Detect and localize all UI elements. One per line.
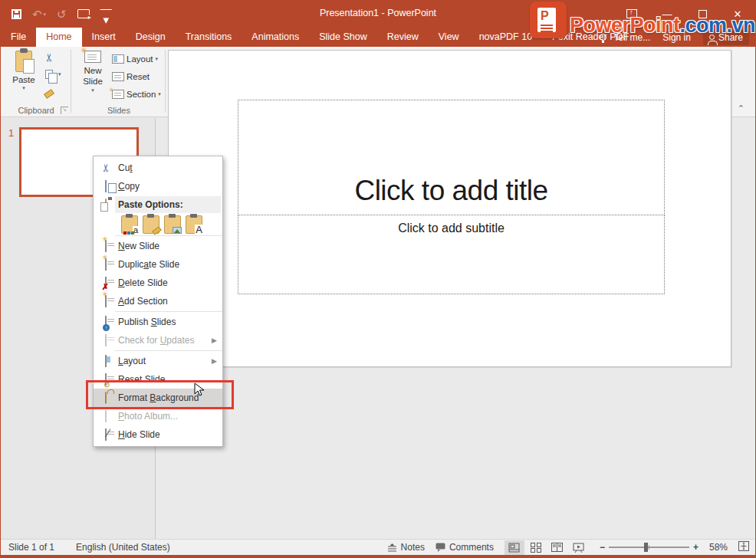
photo-album-icon (105, 411, 107, 422)
zoom-in-icon[interactable]: + (693, 542, 698, 553)
title-placeholder[interactable]: Click to add title (238, 100, 665, 215)
copy-button[interactable] (42, 67, 56, 82)
paste-keep-text-only-button[interactable]: A (186, 215, 202, 234)
tab-slide-show[interactable]: Slide Show (309, 28, 377, 47)
menu-item-cut[interactable]: ✂Cut (94, 159, 222, 177)
add-section-icon: ✳ (105, 296, 107, 307)
menu-item-reset-slide[interactable]: ↺Reset Slide (94, 370, 222, 389)
group-slides: ✳ New Slide▾ Layout▾ Reset ✳Section▾ Sli… (72, 47, 166, 117)
menu-item-paste-options: Paste Options: (94, 195, 222, 214)
scissors-icon: ✂ (100, 163, 112, 172)
check-updates-icon (105, 335, 107, 346)
new-slide-icon: ✳ (105, 241, 107, 251)
slide-number: 1 (8, 127, 14, 139)
tab-file[interactable]: File (1, 28, 36, 47)
new-slide-button[interactable]: ✳ New Slide▾ (76, 51, 110, 94)
save-icon[interactable] (12, 9, 21, 19)
tab-design[interactable]: Design (126, 28, 176, 47)
format-painter-icon (44, 89, 54, 99)
redo-icon[interactable]: ↺ (57, 8, 67, 20)
maximize-icon[interactable] (685, 0, 720, 28)
minimize-icon[interactable]: — (649, 0, 685, 28)
slide-editing-area[interactable]: Click to add title Click to add subtitle (168, 50, 731, 367)
tab-transitions[interactable]: Transitions (176, 28, 242, 47)
submenu-arrow-icon: ▶ (212, 336, 217, 344)
slide-sorter-view-icon[interactable] (526, 540, 546, 555)
new-slide-icon: ✳ (84, 51, 101, 63)
undo-icon[interactable]: ↶▾ (32, 8, 46, 20)
zoom-out-icon[interactable]: − (600, 542, 605, 553)
menu-item-new-slide[interactable]: ✳New Slide (94, 237, 222, 255)
menu-item-duplicate-slide[interactable]: ✳Duplicate Slide (94, 255, 222, 274)
section-button[interactable]: ✳Section▾ (112, 87, 161, 102)
fit-slide-icon[interactable] (738, 541, 749, 553)
close-icon[interactable]: ✕ (720, 0, 755, 28)
layout-icon (112, 54, 124, 64)
comments-icon (436, 543, 445, 552)
lightbulb-icon (600, 34, 606, 41)
copy-dropdown-icon[interactable]: ▾ (58, 71, 61, 77)
status-bar: Slide 1 of 1 English (United States) Not… (1, 539, 755, 555)
share-person-icon (709, 34, 715, 40)
quick-access-toolbar: ↶▾ ↺ —▾ (1, 2, 112, 25)
tab-review[interactable]: Review (377, 28, 429, 47)
sign-in-button[interactable]: Sign in (662, 32, 691, 43)
ribbon-display-options-icon[interactable] (614, 0, 649, 28)
menu-item-layout[interactable]: Layout▶ (94, 352, 222, 370)
paste-icon (105, 199, 107, 210)
zoom-slider[interactable] (609, 547, 689, 548)
menu-separator (115, 235, 222, 236)
paste-options-row: aA (94, 214, 222, 235)
paste-keep-source-formatting-button[interactable] (143, 215, 159, 234)
menu-item-format-background[interactable]: Format Background (94, 389, 222, 407)
paste-picture-button[interactable] (164, 215, 181, 234)
menu-item-delete-slide[interactable]: ✗Delete Slide (94, 274, 222, 292)
submenu-arrow-icon: ▶ (212, 357, 217, 365)
cut-button[interactable]: ✂ (42, 51, 56, 65)
language-status[interactable]: English (United States) (76, 542, 170, 553)
start-slideshow-icon[interactable] (77, 9, 90, 18)
zoom-slider-thumb[interactable] (644, 543, 648, 552)
tell-me-button[interactable]: Tell me... (600, 32, 650, 43)
section-icon: ✳ (112, 90, 124, 99)
subtitle-placeholder[interactable]: Click to add subtitle (238, 215, 665, 294)
hide-slide-icon: ∕ (105, 429, 107, 440)
share-button[interactable]: Share (703, 30, 749, 45)
menu-item-hide-slide[interactable]: ∕Hide Slide (94, 425, 222, 444)
menu-item-check-for-updates[interactable]: Check for Updates▶ (94, 331, 222, 350)
group-clipboard: Paste▾ ✂ ▾ Clipboard (1, 47, 71, 117)
reset-button[interactable]: Reset (112, 69, 150, 84)
comments-button[interactable]: Comments (436, 542, 494, 553)
layout-button[interactable]: Layout▾ (112, 51, 158, 67)
menu-separator (115, 350, 222, 351)
zoom-control: − + (600, 542, 698, 553)
context-menu: ✂CutCopyPaste Options:aA✳New Slide✳Dupli… (93, 156, 223, 447)
menu-item-copy[interactable]: Copy (94, 177, 222, 195)
zoom-level[interactable]: 58% (709, 542, 728, 553)
menu-item-publish-slides[interactable]: ↑Publish Slides (94, 313, 222, 331)
menu-item-add-section[interactable]: ✳Add Section (94, 292, 222, 310)
tab-animations[interactable]: Animations (242, 28, 309, 47)
tab-view[interactable]: View (429, 28, 469, 47)
menu-separator (115, 311, 222, 312)
paste-use-destination-theme-button[interactable]: a (121, 215, 138, 234)
collapse-ribbon-icon[interactable]: ⌃ (738, 103, 744, 113)
reading-view-icon[interactable] (547, 540, 567, 555)
paste-button[interactable]: Paste▾ (7, 51, 41, 92)
slideshow-view-icon[interactable] (569, 540, 589, 555)
view-buttons (505, 540, 589, 555)
menu-item-photo-album[interactable]: Photo Album... (94, 407, 222, 425)
notes-button[interactable]: Notes (387, 542, 425, 553)
format-painter-button[interactable] (42, 84, 56, 99)
clipboard-dialog-launcher-icon[interactable] (61, 107, 68, 114)
customize-qat-icon[interactable]: —▾ (100, 2, 112, 25)
layout-icon (105, 356, 107, 366)
tab-insert[interactable]: Insert (82, 28, 126, 47)
duplicate-slide-icon: ✳ (105, 259, 107, 270)
publish-slides-icon: ↑ (105, 317, 107, 327)
copy-icon (45, 70, 53, 79)
scissors-icon: ✂ (43, 53, 55, 62)
tab-home[interactable]: Home (36, 28, 81, 47)
normal-view-icon[interactable] (505, 540, 524, 555)
tab-novapdf[interactable]: novaPDF 10 (469, 28, 542, 47)
